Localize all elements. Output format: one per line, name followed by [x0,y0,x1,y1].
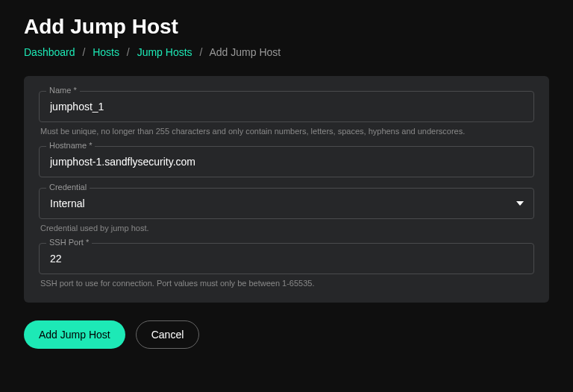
ssh-port-group: SSH Port * SSH port to use for connectio… [39,243,534,288]
credential-group: Credential Internal Credential used by j… [39,188,534,233]
button-row: Add Jump Host Cancel [24,320,549,349]
hostname-label: Hostname * [46,141,95,150]
cancel-button[interactable]: Cancel [136,320,200,349]
name-input[interactable] [39,91,534,122]
breadcrumb-jump-hosts[interactable]: Jump Hosts [137,46,192,58]
ssh-port-help: SSH port to use for connection. Port val… [39,279,534,288]
breadcrumb-dashboard[interactable]: Dashboard [24,46,75,58]
submit-button[interactable]: Add Jump Host [24,320,125,349]
hostname-input[interactable] [39,146,534,177]
name-help: Must be unique, no longer than 255 chara… [39,127,534,136]
breadcrumb-separator: / [199,46,202,58]
ssh-port-input[interactable] [39,243,534,274]
breadcrumb-separator: / [127,46,130,58]
credential-label: Credential [46,183,90,192]
credential-select[interactable]: Internal [39,188,534,219]
ssh-port-label: SSH Port * [46,238,92,247]
breadcrumb-separator: / [82,46,85,58]
breadcrumb-current: Add Jump Host [209,46,281,58]
form-card: Name * Must be unique, no longer than 25… [24,76,549,303]
breadcrumb: Dashboard / Hosts / Jump Hosts / Add Jum… [24,46,549,58]
breadcrumb-hosts[interactable]: Hosts [93,46,119,58]
credential-help: Credential used by jump host. [39,224,534,233]
hostname-group: Hostname * [39,146,534,177]
name-group: Name * Must be unique, no longer than 25… [39,91,534,136]
name-label: Name * [46,86,80,95]
page-title: Add Jump Host [24,15,549,39]
